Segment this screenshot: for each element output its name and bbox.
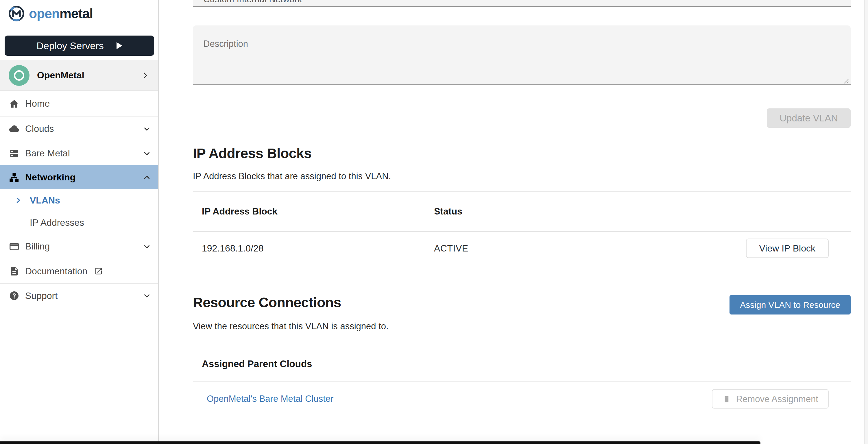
- ip-address-blocks-title: IP Address Blocks: [193, 146, 311, 161]
- table-row: OpenMetal's Bare Metal Cluster Remove As…: [193, 382, 851, 416]
- sidebar-item-networking[interactable]: Networking: [0, 165, 158, 189]
- trash-icon: [722, 394, 731, 403]
- ip-block-value: 192.168.1.0/28: [202, 243, 434, 254]
- update-vlan-button[interactable]: Update VLAN: [767, 108, 851, 128]
- play-icon: [117, 42, 122, 49]
- document-icon: [9, 266, 19, 276]
- resource-connections-subtitle: View the resources that this VLAN is ass…: [193, 321, 389, 331]
- network-name-input[interactable]: [193, 0, 851, 7]
- cloud-icon: [9, 124, 19, 134]
- sidebar-item-support[interactable]: Support: [0, 283, 158, 308]
- account-name: OpenMetal: [37, 70, 133, 81]
- resource-connections-title: Resource Connections: [193, 294, 341, 311]
- sidebar: openmetal Deploy Servers OpenMetal Home …: [0, 0, 159, 444]
- divider: [193, 342, 851, 342]
- logo-text-open: open: [29, 6, 60, 21]
- home-icon: [9, 99, 19, 109]
- network-icon: [9, 172, 19, 183]
- sidebar-item-clouds[interactable]: Clouds: [0, 116, 158, 141]
- ip-blocks-table-header: IP Address Block Status: [193, 192, 851, 232]
- account-avatar: [9, 65, 30, 86]
- assigned-parent-clouds-header: Assigned Parent Clouds: [202, 358, 312, 370]
- sidebar-item-vlans[interactable]: VLANs: [0, 189, 158, 211]
- main-content: Update VLAN IP Address Blocks IP Address…: [159, 0, 864, 444]
- chevron-right-icon: [141, 71, 150, 80]
- chevron-down-icon: [143, 291, 151, 300]
- server-icon: [9, 148, 19, 159]
- sidebar-item-label: Networking: [25, 172, 137, 183]
- deploy-servers-button[interactable]: Deploy Servers: [5, 36, 154, 56]
- logo-wordmark: openmetal: [29, 6, 93, 21]
- sidebar-item-label: Home: [25, 98, 151, 109]
- scrollbar-track[interactable]: [864, 0, 868, 444]
- parent-cloud-link[interactable]: OpenMetal's Bare Metal Cluster: [207, 394, 333, 404]
- description-textarea[interactable]: [193, 26, 851, 85]
- billing-card-icon: [9, 241, 19, 252]
- sidebar-item-bare-metal[interactable]: Bare Metal: [0, 141, 158, 165]
- sidebar-item-billing[interactable]: Billing: [0, 234, 158, 259]
- sidebar-item-documentation[interactable]: Documentation: [0, 259, 158, 283]
- sidebar-item-home[interactable]: Home: [0, 91, 158, 116]
- chevron-down-icon: [143, 125, 151, 133]
- openmetal-logo-icon: [8, 5, 25, 22]
- app-window: openmetal Deploy Servers OpenMetal Home …: [0, 0, 868, 444]
- sidebar-item-label: Support: [25, 290, 137, 301]
- chevron-up-icon: [143, 173, 151, 182]
- ip-address-blocks-subtitle: IP Address Blocks that are assigned to t…: [193, 171, 391, 182]
- nav-indent-spacer: [14, 219, 22, 227]
- external-link-icon: [94, 267, 103, 276]
- sidebar-item-label: IP Addresses: [30, 217, 151, 228]
- vlan-detail-page: Update VLAN IP Address Blocks IP Address…: [193, 0, 851, 444]
- chevron-right-icon: [14, 196, 22, 204]
- chevron-down-icon: [143, 149, 151, 158]
- chevron-down-icon: [143, 242, 151, 251]
- status-value: ACTIVE: [434, 243, 468, 254]
- sidebar-item-ip-addresses[interactable]: IP Addresses: [0, 211, 158, 234]
- nav-divider: [0, 308, 158, 308]
- sidebar-item-label: Billing: [25, 241, 137, 252]
- resize-handle-icon[interactable]: [841, 76, 849, 84]
- sidebar-item-label: Documentation: [25, 266, 87, 277]
- sidebar-item-label: Clouds: [25, 123, 137, 134]
- sidebar-item-label: VLANs: [30, 195, 151, 206]
- remove-assignment-label: Remove Assignment: [736, 394, 818, 404]
- assign-vlan-to-resource-button[interactable]: Assign VLAN to Resource: [730, 295, 851, 315]
- deploy-servers-label: Deploy Servers: [36, 40, 103, 52]
- background-window-edge: [0, 441, 761, 444]
- logo-text-metal: metal: [60, 6, 93, 21]
- view-ip-block-button[interactable]: View IP Block: [746, 239, 829, 258]
- table-row: 192.168.1.0/28 ACTIVE View IP Block: [193, 232, 851, 264]
- column-header-status: Status: [434, 206, 462, 217]
- remove-assignment-button[interactable]: Remove Assignment: [712, 389, 829, 409]
- help-icon: [9, 290, 19, 301]
- sidebar-item-label: Bare Metal: [25, 148, 137, 159]
- column-header-ip-block: IP Address Block: [202, 206, 434, 217]
- sidebar-nav: Home Clouds Bare Metal: [0, 91, 158, 308]
- openmetal-logo[interactable]: openmetal: [8, 5, 93, 22]
- account-selector[interactable]: OpenMetal: [0, 60, 158, 91]
